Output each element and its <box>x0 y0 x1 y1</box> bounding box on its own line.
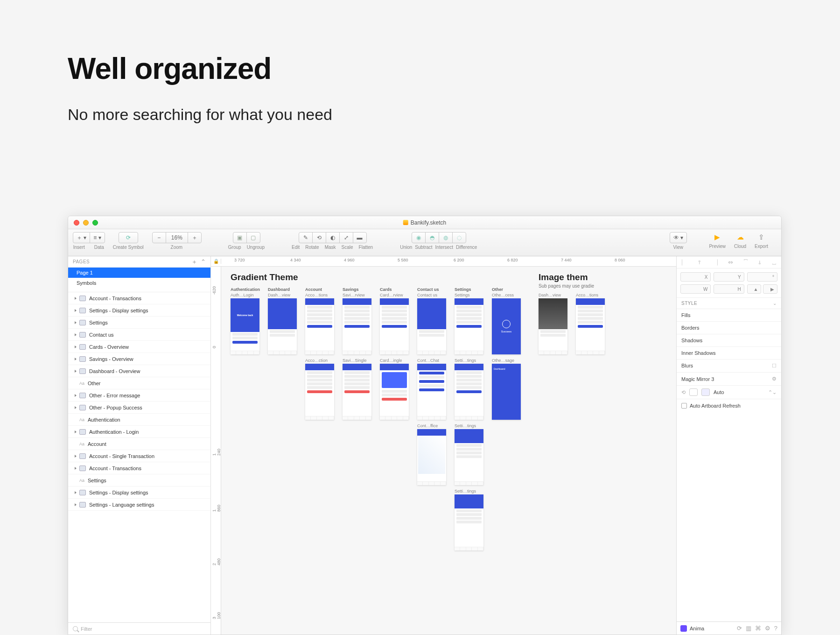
zoom-in-button[interactable]: ＋ <box>188 232 202 243</box>
style-section-header[interactable]: STYLE⌄ <box>677 297 781 309</box>
layer-item[interactable]: Settings - Display settings <box>68 487 210 499</box>
borders-row[interactable]: Borders <box>677 322 781 334</box>
artboard[interactable] <box>455 494 483 550</box>
anima-bar[interactable]: Anima ⟳▥⌘⚙? <box>677 621 781 635</box>
artboard[interactable] <box>455 429 483 485</box>
cloud-button[interactable]: ☁ <box>735 232 745 242</box>
artboard[interactable] <box>343 364 371 420</box>
artboard[interactable] <box>305 364 334 420</box>
intersect-button[interactable]: ◍ <box>439 232 453 243</box>
filter-bar[interactable]: Filter <box>68 622 210 635</box>
artboard[interactable] <box>380 298 409 354</box>
artboard[interactable] <box>539 298 567 354</box>
disclosure-triangle-icon[interactable] <box>75 406 77 409</box>
layer-item[interactable]: AaAuthentication <box>68 414 210 426</box>
disclosure-triangle-icon[interactable] <box>75 346 77 348</box>
edit-button[interactable]: ✎ <box>299 232 313 243</box>
rotation-field[interactable]: ° <box>747 272 777 282</box>
magic-mirror-row[interactable]: Magic Mirror 3⚙ <box>677 373 781 386</box>
artboard[interactable] <box>417 298 446 354</box>
artboard[interactable] <box>576 298 605 354</box>
artboard[interactable] <box>417 364 446 420</box>
disclosure-triangle-icon[interactable] <box>75 394 77 397</box>
scale-button[interactable]: ⤢ <box>339 232 353 243</box>
h-field[interactable]: H <box>714 284 744 294</box>
artboard[interactable] <box>417 429 446 485</box>
zoom-out-button[interactable]: − <box>152 232 166 243</box>
difference-button[interactable]: ◌ <box>452 232 466 243</box>
flatten-button[interactable]: ▬ <box>353 232 367 243</box>
mask-button[interactable]: ◐ <box>326 232 340 243</box>
fills-row[interactable]: Fills <box>677 309 781 322</box>
blurs-row[interactable]: Blurs☐ <box>677 360 781 373</box>
preview-button[interactable]: ▶ <box>712 232 722 242</box>
disclosure-triangle-icon[interactable] <box>75 430 77 433</box>
group-button[interactable]: ▣ <box>233 232 247 243</box>
insert-button[interactable]: ＋ ▾ <box>73 232 90 243</box>
close-window-button[interactable] <box>74 220 79 226</box>
layer-item[interactable]: AaSettings <box>68 474 210 487</box>
add-page-button[interactable]: ＋ <box>191 258 198 266</box>
artboard[interactable]: Dashboard <box>492 364 521 420</box>
artboard[interactable] <box>343 298 371 354</box>
disclosure-triangle-icon[interactable] <box>75 297 77 300</box>
x-field[interactable]: X <box>680 272 711 282</box>
zoom-level[interactable]: 16% <box>166 232 188 243</box>
layer-item[interactable]: Cards - Overview <box>68 341 210 353</box>
artboard[interactable]: Success <box>492 298 521 354</box>
y-field[interactable]: Y <box>714 272 744 282</box>
artboard[interactable] <box>380 364 409 420</box>
disclosure-triangle-icon[interactable] <box>75 455 77 458</box>
ruler-lock-icon[interactable]: 🔒 <box>211 259 221 264</box>
w-field[interactable]: W <box>680 284 711 294</box>
disclosure-triangle-icon[interactable] <box>75 503 77 506</box>
canvas-area[interactable]: 🔒 3 720 4 340 4 960 5 580 6 200 6 820 7 … <box>211 256 676 635</box>
page-item[interactable]: Symbols <box>68 278 210 288</box>
disclosure-triangle-icon[interactable] <box>75 358 77 360</box>
flip-h-button[interactable]: ▲ <box>747 284 762 294</box>
layer-item[interactable]: Settings - Display settings <box>68 304 210 317</box>
layer-item[interactable]: Account - Transactions <box>68 462 210 474</box>
inner-shadows-row[interactable]: Inner Shadows <box>677 347 781 360</box>
layer-item[interactable]: Other - Popup Success <box>68 402 210 414</box>
disclosure-triangle-icon[interactable] <box>75 309 77 312</box>
artboard[interactable] <box>455 364 483 420</box>
layer-item[interactable]: Settings - Language settings <box>68 499 210 511</box>
layer-item[interactable]: AaAccount <box>68 438 210 450</box>
rotate-button[interactable]: ⟲ <box>312 232 326 243</box>
union-button[interactable]: ◉ <box>412 232 426 243</box>
magic-mirror-controls[interactable]: ⟲ Auto⌃⌄ <box>677 386 781 399</box>
disclosure-triangle-icon[interactable] <box>75 321 77 324</box>
layer-item[interactable]: Account - Single Transaction <box>68 450 210 462</box>
disclosure-triangle-icon[interactable] <box>75 370 77 373</box>
view-button[interactable]: 👁 ▾ <box>670 232 687 243</box>
artboard[interactable] <box>268 298 297 354</box>
layer-item[interactable]: Authentication - Login <box>68 426 210 438</box>
layer-item[interactable]: Other - Error message <box>68 389 210 402</box>
layer-item[interactable]: Contact us <box>68 329 210 341</box>
auto-artboard-refresh[interactable]: Auto Artboard Refresh <box>677 399 781 412</box>
layer-item[interactable]: Account - Transactions <box>68 292 210 304</box>
layer-item[interactable]: Savings - Overview <box>68 353 210 365</box>
subtract-button[interactable]: ◓ <box>425 232 439 243</box>
artboard[interactable] <box>455 298 483 354</box>
zoom-window-button[interactable] <box>92 220 98 226</box>
flip-v-button[interactable]: ▶ <box>763 284 777 294</box>
export-button[interactable]: ⇪ <box>756 232 767 242</box>
artboard[interactable] <box>305 298 334 354</box>
artboard[interactable]: Welcome back <box>231 298 259 354</box>
layer-item[interactable]: Dashboard - Overview <box>68 365 210 377</box>
disclosure-triangle-icon[interactable] <box>75 333 77 336</box>
layer-item[interactable]: Settings <box>68 317 210 329</box>
page-item-active[interactable]: Page 1 <box>68 268 210 278</box>
shadows-row[interactable]: Shadows <box>677 334 781 347</box>
ungroup-button[interactable]: ▢ <box>246 232 260 243</box>
collapse-pages-button[interactable]: ⌃ <box>201 258 206 265</box>
disclosure-triangle-icon[interactable] <box>75 491 77 494</box>
data-button[interactable]: ≡ ▾ <box>90 232 105 243</box>
layer-item[interactable]: AaOther <box>68 377 210 389</box>
minimize-window-button[interactable] <box>83 220 89 226</box>
alignment-controls[interactable]: ⎸⫯⎹ ⇔⎴⫰⎵ <box>677 256 781 268</box>
create-symbol-button[interactable]: ⟳ <box>119 232 138 243</box>
disclosure-triangle-icon[interactable] <box>75 467 77 470</box>
